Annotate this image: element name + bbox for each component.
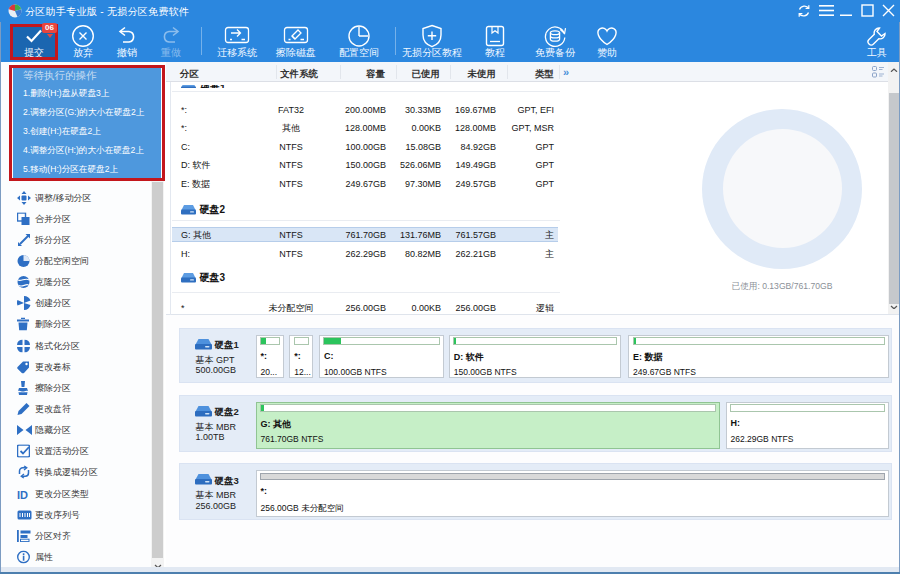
svg-text:ID: ID	[17, 488, 28, 499]
